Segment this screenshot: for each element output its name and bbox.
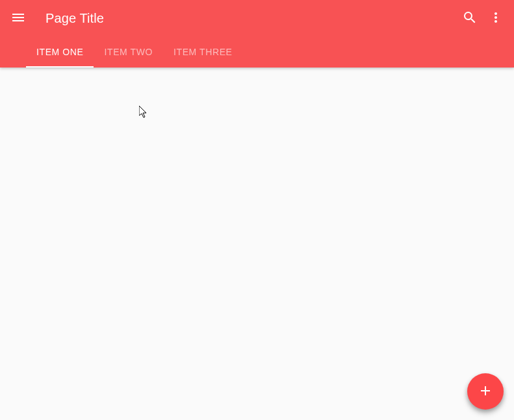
page-title: Page Title	[45, 11, 457, 26]
tab-item-three[interactable]: Item Three	[163, 36, 243, 68]
tab-label: Item One	[36, 47, 83, 57]
search-button[interactable]	[457, 5, 483, 31]
plus-icon	[478, 383, 493, 401]
toolbar: Page Title	[0, 0, 514, 36]
menu-button[interactable]	[5, 5, 31, 31]
app-bar: Page Title Item One Item Two Item Three	[0, 0, 514, 68]
fab-add-button[interactable]	[467, 373, 504, 410]
tab-item-two[interactable]: Item Two	[94, 36, 163, 68]
search-icon	[462, 10, 478, 27]
more-vert-icon	[488, 10, 504, 27]
hamburger-icon	[10, 10, 26, 27]
tab-label: Item Two	[104, 47, 153, 57]
tabs: Item One Item Two Item Three	[0, 36, 514, 68]
tab-label: Item Three	[173, 47, 233, 57]
cursor-icon	[139, 106, 149, 121]
tab-item-one[interactable]: Item One	[26, 36, 94, 68]
more-button[interactable]	[483, 5, 509, 31]
